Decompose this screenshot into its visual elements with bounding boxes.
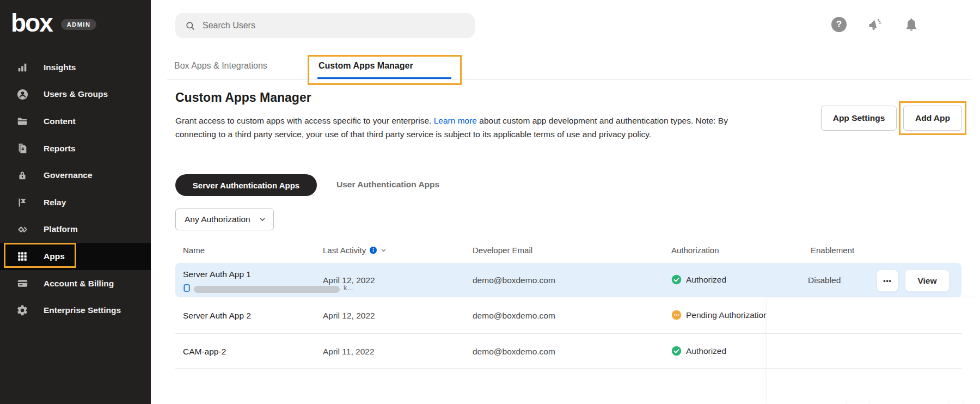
sidebar-item-label: Enterprise Settings bbox=[44, 305, 121, 315]
platform-icon bbox=[16, 223, 29, 236]
sidebar-item-label: Governance bbox=[44, 170, 93, 180]
authorization-status: Authorized bbox=[671, 274, 726, 285]
sidebar-item-relay[interactable]: Relay bbox=[0, 189, 151, 216]
megaphone-icon[interactable] bbox=[867, 17, 883, 32]
column-header-name: Name bbox=[183, 246, 205, 255]
admin-badge: ADMIN bbox=[61, 19, 97, 30]
column-header-enablement: Enablement bbox=[811, 246, 854, 255]
segment-server-auth-apps[interactable]: Server Authentication Apps bbox=[175, 174, 317, 196]
sidebar: box ADMIN Insights Users & Groups C bbox=[0, 0, 151, 404]
copy-icon[interactable] bbox=[183, 284, 191, 292]
last-activity-value: April 12, 2022 bbox=[323, 276, 375, 285]
info-icon[interactable] bbox=[369, 246, 377, 254]
sidebar-item-users-groups[interactable]: Users & Groups bbox=[0, 81, 151, 108]
column-header-last-activity[interactable]: Last Activity bbox=[323, 246, 387, 255]
row-divider bbox=[175, 368, 961, 369]
sidebar-item-label: Users & Groups bbox=[44, 89, 108, 99]
sidebar-item-governance[interactable]: Governance bbox=[0, 162, 151, 189]
search-icon bbox=[185, 21, 195, 31]
authorization-status: Pending Authorization bbox=[671, 310, 767, 320]
authorization-filter-dropdown[interactable]: Any Authorization bbox=[175, 209, 274, 230]
developer-email-value: demo@boxdemo.com bbox=[473, 276, 555, 285]
authorization-filter-value: Any Authorization bbox=[185, 215, 259, 224]
ghost-button-edge bbox=[845, 401, 870, 404]
gear-icon bbox=[16, 304, 29, 317]
sidebar-item-apps[interactable]: Apps bbox=[0, 243, 151, 270]
logo-row: box ADMIN bbox=[11, 9, 96, 37]
tab-box-apps-integrations[interactable]: Box Apps & Integrations bbox=[174, 61, 267, 71]
search-input[interactable] bbox=[203, 21, 453, 30]
last-activity-value: April 12, 2022 bbox=[323, 311, 375, 321]
authorization-status: Authorized bbox=[671, 346, 726, 356]
description-text-before: Grant access to custom apps with access … bbox=[175, 116, 431, 125]
developer-email-value: demo@boxdemo.com bbox=[473, 347, 555, 357]
bell-icon[interactable] bbox=[904, 17, 919, 32]
tabs-divider bbox=[167, 79, 972, 79]
enablement-value: Disabled bbox=[808, 276, 841, 285]
app-name: Server Auth App 2 bbox=[183, 311, 251, 321]
tab-custom-apps-manager[interactable]: Custom Apps Manager bbox=[318, 61, 413, 71]
app-name: CAM-app-2 bbox=[183, 347, 226, 357]
check-circle-icon bbox=[671, 346, 682, 356]
pending-circle-icon bbox=[671, 310, 682, 320]
sidebar-item-account-billing[interactable]: Account & Billing bbox=[0, 270, 151, 297]
help-glyph: ? bbox=[836, 19, 842, 30]
learn-more-link[interactable]: Learn more bbox=[434, 116, 477, 125]
bar-chart-icon bbox=[16, 61, 29, 74]
box-logo: box bbox=[11, 9, 52, 37]
sidebar-item-label: Reports bbox=[44, 144, 76, 154]
sidebar-item-content[interactable]: Content bbox=[0, 108, 151, 135]
column-header-authorization: Authorization bbox=[671, 246, 719, 255]
developer-email-value: demo@boxdemo.com bbox=[473, 311, 555, 321]
sidebar-nav: Insights Users & Groups Content Reports bbox=[0, 54, 151, 324]
blank-overlay-panel bbox=[767, 298, 980, 404]
sidebar-item-label: Relay bbox=[44, 198, 66, 207]
sidebar-item-platform[interactable]: Platform bbox=[0, 216, 151, 243]
status-badge: Pending Authorization bbox=[686, 310, 767, 320]
credit-card-icon bbox=[16, 277, 29, 290]
sidebar-item-enterprise-settings[interactable]: Enterprise Settings bbox=[0, 297, 151, 324]
flag-icon bbox=[16, 196, 29, 209]
sidebar-item-insights[interactable]: Insights bbox=[0, 54, 151, 81]
sort-chevron-icon[interactable] bbox=[381, 247, 387, 253]
help-icon[interactable]: ? bbox=[831, 17, 847, 32]
sidebar-item-label: Platform bbox=[44, 224, 78, 234]
grid-icon bbox=[16, 250, 29, 263]
sidebar-item-label: Content bbox=[44, 117, 76, 126]
sidebar-item-reports[interactable]: Reports bbox=[0, 135, 151, 162]
sidebar-item-label: Apps bbox=[44, 252, 65, 261]
column-header-developer-email: Developer Email bbox=[473, 246, 532, 255]
client-id-redacted bbox=[194, 286, 340, 293]
page-description: Grant access to custom apps with access … bbox=[175, 114, 750, 141]
status-badge: Authorized bbox=[686, 275, 726, 285]
sidebar-item-label: Account & Billing bbox=[44, 279, 114, 289]
page-title: Custom Apps Manager bbox=[175, 90, 311, 105]
user-icon bbox=[16, 88, 29, 101]
app-name: Server Auth App 1 bbox=[183, 270, 251, 279]
more-actions-button[interactable]: ••• bbox=[877, 270, 898, 292]
row-divider bbox=[175, 333, 961, 334]
segment-user-auth-apps[interactable]: User Authentication Apps bbox=[336, 180, 439, 189]
report-icon bbox=[16, 142, 29, 155]
active-tab-underline bbox=[317, 77, 451, 79]
folder-icon bbox=[16, 115, 29, 128]
lock-icon bbox=[16, 169, 29, 182]
box-admin-console: box ADMIN Insights Users & Groups C bbox=[0, 0, 980, 404]
add-app-button[interactable]: Add App bbox=[903, 106, 962, 131]
sidebar-item-label: Insights bbox=[44, 63, 76, 72]
column-header-label: Last Activity bbox=[323, 246, 366, 255]
view-button[interactable]: View bbox=[905, 270, 950, 292]
check-circle-icon bbox=[671, 274, 682, 285]
app-settings-button[interactable]: App Settings bbox=[821, 106, 897, 131]
chevron-down-icon bbox=[259, 216, 266, 223]
search-bar bbox=[175, 13, 475, 38]
status-badge: Authorized bbox=[686, 346, 726, 356]
last-activity-value: April 11, 2022 bbox=[323, 347, 375, 357]
ghost-button-edge bbox=[948, 401, 964, 404]
